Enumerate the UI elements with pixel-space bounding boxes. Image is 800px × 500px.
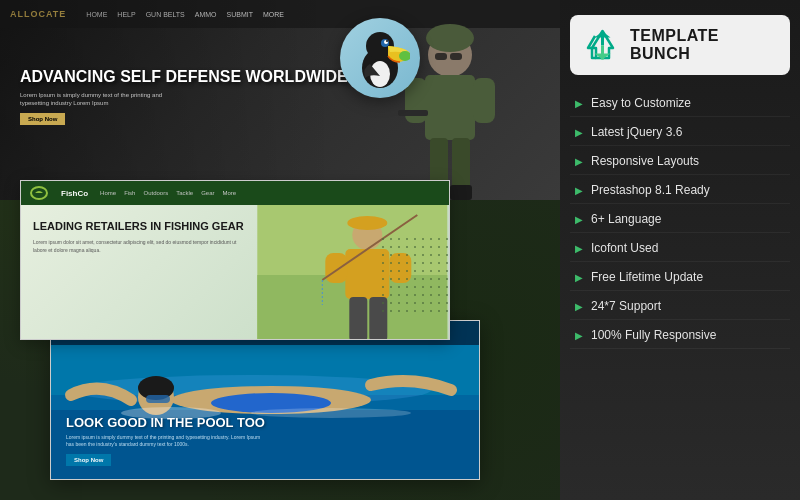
svg-rect-18	[326, 253, 348, 283]
dot-pattern-decoration	[379, 235, 449, 315]
fishing-hero: LEADING RETAILERS IN FISHING GEAR Lorem …	[21, 205, 449, 340]
feature-arrow-icon-8: ▶	[575, 301, 583, 312]
top-hero-content: ADVANCING SELF DEFENSE WORLDWIDE. Lorem …	[20, 68, 560, 125]
left-section: ALLOCATE HOME HELP GUN BELTS AMMO SUBMIT…	[0, 0, 560, 500]
feature-item-4: ▶ Prestashop 8.1 Ready	[570, 177, 790, 204]
toucan-logo-area	[340, 18, 420, 98]
feature-item-3: ▶ Responsive Layouts	[570, 148, 790, 175]
svg-rect-20	[350, 297, 368, 340]
screenshot-bottom: DEEP SWIMMING HOME TEMPLE BOTTLES FINS G…	[50, 320, 480, 480]
feature-arrow-icon-4: ▶	[575, 185, 583, 196]
toucan-illustration	[350, 26, 410, 91]
svg-rect-9	[452, 138, 470, 193]
svg-rect-3	[450, 53, 462, 60]
feature-item-6: ▶ Icofont Used	[570, 235, 790, 262]
feature-text-6: Icofont Used	[591, 241, 658, 255]
top-hero-subtitle: Lorem Ipsum is simply dummy text of the …	[20, 91, 180, 108]
right-section: TEMPLATE BUNCH ▶ Easy to Customize ▶ Lat…	[560, 0, 800, 500]
svg-point-1	[426, 24, 474, 52]
swimming-hero-desc: Lorem ipsum is simply dummy text of the …	[66, 434, 266, 448]
feature-arrow-icon-5: ▶	[575, 214, 583, 225]
feature-arrow-icon-3: ▶	[575, 156, 583, 167]
svg-point-35	[251, 408, 411, 418]
svg-point-41	[386, 40, 388, 42]
feature-arrow-icon-9: ▶	[575, 330, 583, 341]
toucan-circle	[340, 18, 420, 98]
feature-arrow-icon-6: ▶	[575, 243, 583, 254]
feature-text-8: 24*7 Support	[591, 299, 661, 313]
screenshot-middle: FishCo Home Fish Outdoors Tackle Gear Mo…	[20, 180, 450, 340]
feature-text-3: Responsive Layouts	[591, 154, 699, 168]
swimming-hero: LOOK GOOD IN THE POOL TOO Lorem ipsum is…	[51, 345, 479, 480]
fishing-img-area	[256, 205, 449, 340]
svg-rect-32	[146, 395, 170, 403]
feature-text-2: Latest jQuery 3.6	[591, 125, 682, 139]
feature-arrow-icon-2: ▶	[575, 127, 583, 138]
fishing-hero-title: LEADING RETAILERS IN FISHING GEAR	[33, 220, 244, 233]
svg-rect-11	[450, 185, 472, 200]
screenshot-top: ALLOCATE HOME HELP GUN BELTS AMMO SUBMIT…	[0, 0, 560, 200]
feature-text-9: 100% Fully Responsive	[591, 328, 716, 342]
swimming-hero-title: LOOK GOOD IN THE POOL TOO	[66, 415, 266, 431]
feature-arrow-icon-1: ▶	[575, 98, 583, 109]
fishing-nav-items: Home Fish Outdoors Tackle Gear More	[100, 190, 236, 196]
feature-arrow-icon-7: ▶	[575, 272, 583, 283]
main-container: ALLOCATE HOME HELP GUN BELTS AMMO SUBMIT…	[0, 0, 800, 500]
feature-text-7: Free Lifetime Update	[591, 270, 703, 284]
fishing-text-area: LEADING RETAILERS IN FISHING GEAR Lorem …	[21, 205, 256, 340]
tb-icon-svg	[585, 28, 620, 63]
feature-item-9: ▶ 100% Fully Responsive	[570, 322, 790, 349]
tb-title: TEMPLATE BUNCH	[630, 27, 775, 63]
feature-item-2: ▶ Latest jQuery 3.6	[570, 119, 790, 146]
fishing-logo-text: FishCo	[61, 189, 88, 198]
feature-text-4: Prestashop 8.1 Ready	[591, 183, 710, 197]
fishing-hero-desc: Lorem ipsum dolor sit amet, consectetur …	[33, 239, 244, 254]
fishing-navbar: FishCo Home Fish Outdoors Tackle Gear Mo…	[21, 181, 449, 205]
feature-text-1: Easy to Customize	[591, 96, 691, 110]
feature-text-5: 6+ Language	[591, 212, 661, 226]
tb-icon	[585, 28, 620, 63]
swimming-title-area: LOOK GOOD IN THE POOL TOO Lorem ipsum is…	[66, 415, 266, 466]
swimming-shop-button[interactable]: Shop Now	[66, 454, 111, 466]
feature-item-8: ▶ 24*7 Support	[570, 293, 790, 320]
svg-point-16	[348, 216, 388, 230]
features-list: ▶ Easy to Customize ▶ Latest jQuery 3.6 …	[570, 90, 790, 349]
fishing-logo-icon	[29, 183, 49, 203]
template-bunch-logo-area: TEMPLATE BUNCH	[570, 15, 790, 75]
feature-item-7: ▶ Free Lifetime Update	[570, 264, 790, 291]
svg-rect-2	[435, 53, 447, 60]
top-shop-button[interactable]: Shop Now	[20, 113, 65, 125]
top-hero-title: ADVANCING SELF DEFENSE WORLDWIDE.	[20, 68, 560, 86]
feature-item-1: ▶ Easy to Customize	[570, 90, 790, 117]
feature-item-5: ▶ 6+ Language	[570, 206, 790, 233]
